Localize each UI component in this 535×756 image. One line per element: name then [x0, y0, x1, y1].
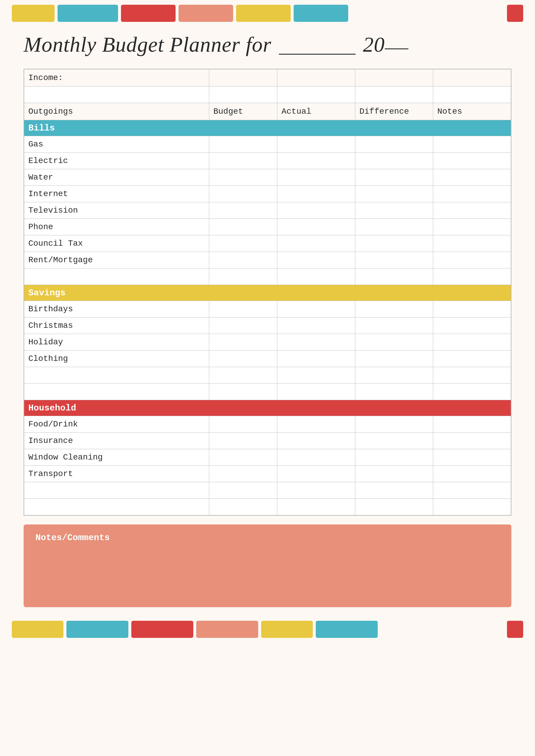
deco-bar-red-2	[507, 5, 523, 22]
row-phone: Phone	[24, 219, 511, 235]
label-insurance: Insurance	[24, 433, 209, 449]
cell-council-tax-actual	[277, 235, 355, 252]
cell-television-actual	[277, 202, 355, 219]
deco-bar-teal-b2	[316, 621, 378, 638]
cell-electric-actual	[277, 153, 355, 169]
deco-bar-yellow-1	[12, 5, 55, 22]
cell-transport-actual	[277, 466, 355, 482]
row-holiday: Holiday	[24, 334, 511, 350]
cell-electric-diff	[355, 153, 433, 169]
label-phone: Phone	[24, 219, 209, 235]
cell-phone-actual	[277, 219, 355, 235]
deco-bar-yellow-b2	[261, 621, 313, 638]
title-year-blank	[385, 48, 408, 49]
label-electric: Electric	[24, 153, 209, 169]
top-decorative-bars	[0, 0, 535, 27]
cell-water-actual	[277, 169, 355, 186]
cell-internet-actual	[277, 186, 355, 202]
header-budget: Budget	[209, 103, 277, 120]
cell-gas-diff	[355, 136, 433, 153]
cell-holiday-budget	[209, 334, 277, 350]
cell-phone-budget	[209, 219, 277, 235]
row-christmas: Christmas	[24, 318, 511, 334]
category-savings-row: Savings	[24, 285, 511, 301]
label-birthdays: Birthdays	[24, 301, 209, 318]
cell-christmas-budget	[209, 318, 277, 334]
cell-window-cleaning-diff	[355, 449, 433, 466]
column-header-row: Outgoings Budget Actual Difference Notes	[24, 103, 511, 120]
row-internet: Internet	[24, 186, 511, 202]
row-electric: Electric	[24, 153, 511, 169]
label-gas: Gas	[24, 136, 209, 153]
label-holiday: Holiday	[24, 334, 209, 350]
spacer-row-household-2	[24, 499, 511, 515]
label-television: Television	[24, 202, 209, 219]
cell-internet-notes	[433, 186, 511, 202]
cell-television-notes	[433, 202, 511, 219]
label-window-cleaning: Window Cleaning	[24, 449, 209, 466]
label-council-tax: Council Tax	[24, 235, 209, 252]
spacer-row-household-1	[24, 482, 511, 499]
cell-television-diff	[355, 202, 433, 219]
cell-rent-mortgage-diff	[355, 252, 433, 268]
row-television: Television	[24, 202, 511, 219]
budget-table: Income: Outgoings Budget Actual Differen…	[24, 69, 511, 515]
income-label: Income:	[24, 69, 209, 86]
cell-electric-budget	[209, 153, 277, 169]
notes-comments-box: Notes/Comments	[24, 525, 511, 607]
cell-rent-mortgage-budget	[209, 252, 277, 268]
cell-christmas-actual	[277, 318, 355, 334]
row-food-drink: Food/Drink	[24, 416, 511, 433]
spacer-row-savings-2	[24, 384, 511, 400]
label-water: Water	[24, 169, 209, 186]
title-year-prefix: 20	[363, 33, 385, 56]
row-birthdays: Birthdays	[24, 301, 511, 318]
row-window-cleaning: Window Cleaning	[24, 449, 511, 466]
deco-bar-red-1	[121, 5, 176, 22]
page-title: Monthly Budget Planner for 20	[24, 33, 408, 56]
cell-council-tax-notes	[433, 235, 511, 252]
cell-television-budget	[209, 202, 277, 219]
category-household-row: Household	[24, 400, 511, 416]
page: Monthly Budget Planner for 20 Income:	[0, 0, 535, 756]
row-transport: Transport	[24, 466, 511, 482]
deco-bar-yellow-b1	[12, 621, 64, 638]
cell-birthdays-actual	[277, 301, 355, 318]
cell-insurance-notes	[433, 433, 511, 449]
cell-internet-diff	[355, 186, 433, 202]
cell-christmas-notes	[433, 318, 511, 334]
cell-electric-notes	[433, 153, 511, 169]
row-council-tax: Council Tax	[24, 235, 511, 252]
cell-rent-mortgage-notes	[433, 252, 511, 268]
header-notes: Notes	[433, 103, 511, 120]
spacer-row-savings-1	[24, 367, 511, 384]
deco-bar-salmon-1	[179, 5, 233, 22]
notes-comments-title: Notes/Comments	[33, 530, 502, 543]
bottom-decorative-bars	[0, 616, 535, 643]
cell-birthdays-budget	[209, 301, 277, 318]
label-clothing: Clothing	[24, 350, 209, 367]
deco-bar-red-b1	[131, 621, 193, 638]
label-internet: Internet	[24, 186, 209, 202]
title-name-blank	[279, 54, 355, 55]
cell-gas-budget	[209, 136, 277, 153]
cell-holiday-diff	[355, 334, 433, 350]
header-difference: Difference	[355, 103, 433, 120]
cell-water-diff	[355, 169, 433, 186]
label-food-drink: Food/Drink	[24, 416, 209, 433]
category-savings-label: Savings	[24, 285, 511, 301]
cell-food-drink-actual	[277, 416, 355, 433]
spacer-row-bills	[24, 268, 511, 285]
cell-council-tax-budget	[209, 235, 277, 252]
row-water: Water	[24, 169, 511, 186]
cell-clothing-actual	[277, 350, 355, 367]
income-actual-cell	[277, 69, 355, 86]
deco-bar-teal-2	[294, 5, 348, 22]
row-insurance: Insurance	[24, 433, 511, 449]
income-diff-cell	[355, 69, 433, 86]
cell-transport-budget	[209, 466, 277, 482]
row-rent-mortgage: Rent/Mortgage	[24, 252, 511, 268]
cell-gas-actual	[277, 136, 355, 153]
category-bills-row: Bills	[24, 120, 511, 136]
cell-window-cleaning-notes	[433, 449, 511, 466]
